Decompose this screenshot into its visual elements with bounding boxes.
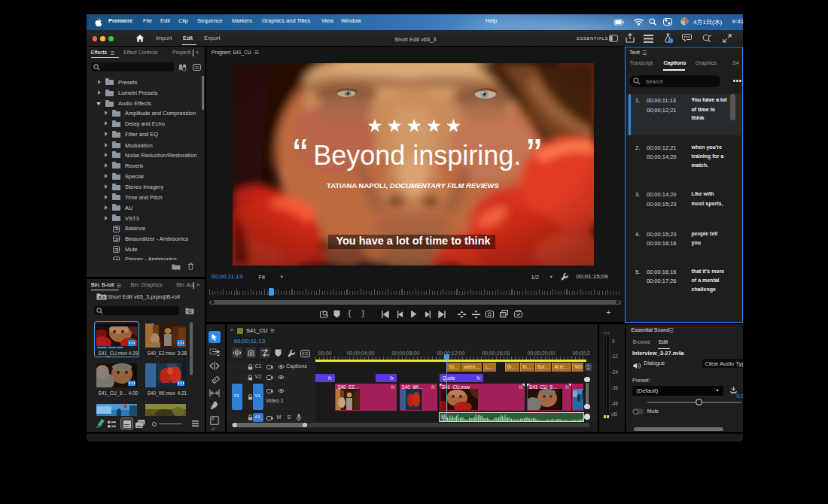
svg-text:32: 32 [194, 65, 199, 70]
